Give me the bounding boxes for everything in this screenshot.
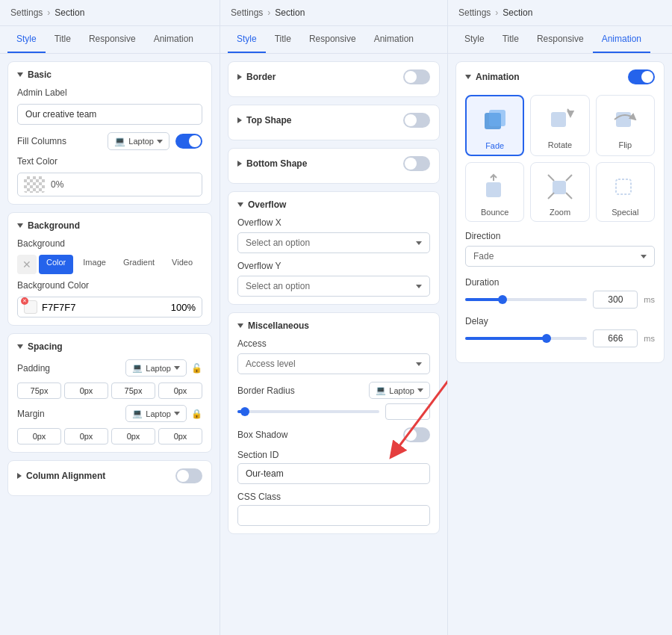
tab-title-right[interactable]: Title xyxy=(494,26,528,53)
duration-input[interactable]: 300 xyxy=(593,291,638,309)
rotate-icon xyxy=(544,103,576,136)
access-select[interactable]: Access level xyxy=(237,353,430,374)
column-alignment-section: Column Alignment xyxy=(7,460,212,496)
fill-columns-device[interactable]: 💻 Laptop xyxy=(108,132,169,150)
bg-tab-gradient[interactable]: Gradient xyxy=(116,255,162,274)
overflow-y-select[interactable]: Select an option xyxy=(237,276,430,297)
spacing-section: Spacing Padding 💻 Laptop 🔓 75px 0px 75px xyxy=(7,333,212,453)
direction-select[interactable]: Fade xyxy=(465,246,655,267)
delay-input[interactable]: 666 xyxy=(593,329,638,347)
anim-card-bounce[interactable]: Bounce xyxy=(465,162,524,222)
text-color-pct: 0% xyxy=(51,179,63,190)
tab-style-left[interactable]: Style xyxy=(7,26,46,53)
duration-track[interactable] xyxy=(465,298,587,301)
spacing-header: Spacing xyxy=(17,341,202,352)
padding-top[interactable]: 75px xyxy=(17,382,61,399)
margin-top[interactable]: 0px xyxy=(17,428,61,444)
tab-style-mid[interactable]: Style xyxy=(228,26,266,53)
delay-thumb[interactable] xyxy=(542,334,551,343)
panel-content-right: Animation Fade xyxy=(448,54,672,635)
border-radius-track[interactable] xyxy=(237,410,379,413)
panel-content-middle: Border Top Shape Bottom Shape xyxy=(220,54,447,635)
duration-thumb[interactable] xyxy=(498,295,507,304)
animation-toggle[interactable] xyxy=(628,69,655,84)
border-toggle[interactable] xyxy=(403,69,430,84)
breadcrumb-settings[interactable]: Settings xyxy=(10,7,43,18)
anim-card-special[interactable]: Special xyxy=(596,162,655,222)
margin-lock-icon[interactable]: 🔒 xyxy=(191,409,202,419)
anim-card-rotate[interactable]: Rotate xyxy=(530,95,589,156)
overflow-y-label: Overflow Y xyxy=(237,261,281,271)
bg-color-input[interactable]: ✕ F7F7F7 100% xyxy=(17,297,202,318)
bg-tab-color[interactable]: Color xyxy=(39,255,73,274)
padding-left[interactable]: 0px xyxy=(158,382,202,399)
breadcrumb-settings-mid[interactable]: Settings xyxy=(231,7,263,18)
overflow-x-label-row: Overflow X xyxy=(237,217,430,228)
spacing-collapse-icon xyxy=(17,344,23,349)
fill-columns-device-label: Laptop xyxy=(128,137,154,146)
animation-collapse-icon xyxy=(465,75,471,79)
column-alignment-toggle[interactable] xyxy=(175,468,202,483)
margin-left[interactable]: 0px xyxy=(158,428,202,444)
border-radius-input[interactable] xyxy=(385,403,430,420)
tab-responsive-left[interactable]: Responsive xyxy=(80,26,145,53)
admin-label-input[interactable]: Our creative team xyxy=(17,104,202,125)
zoom-label: Zoom xyxy=(550,208,570,217)
padding-right[interactable]: 0px xyxy=(64,382,108,399)
fill-columns-toggle[interactable] xyxy=(175,134,202,149)
anim-card-zoom[interactable]: Zoom xyxy=(530,162,589,222)
tab-style-right[interactable]: Style xyxy=(455,26,494,53)
tab-responsive-mid[interactable]: Responsive xyxy=(300,26,365,53)
margin-right[interactable]: 0px xyxy=(64,428,108,444)
bg-tab-video[interactable]: Video xyxy=(164,255,200,274)
direction-label-row: Direction xyxy=(465,231,655,241)
anim-card-flip[interactable]: Flip xyxy=(596,95,655,156)
bg-color-hex: F7F7F7 xyxy=(42,302,76,313)
bottom-shape-toggle[interactable] xyxy=(403,156,430,171)
fade-icon xyxy=(479,104,511,137)
tab-animation-left[interactable]: Animation xyxy=(145,26,202,53)
tab-animation-right[interactable]: Animation xyxy=(593,26,650,53)
background-header: Background xyxy=(17,220,202,231)
bg-tab-image[interactable]: Image xyxy=(75,255,113,274)
tab-animation-mid[interactable]: Animation xyxy=(365,26,423,53)
tab-title-mid[interactable]: Title xyxy=(266,26,300,53)
direction-chevron xyxy=(641,255,647,258)
bottom-shape-section: Bottom Shape xyxy=(228,148,440,184)
flip-label: Flip xyxy=(618,140,632,149)
tab-title-left[interactable]: Title xyxy=(46,26,80,53)
section-id-input[interactable]: Our-team xyxy=(237,463,430,484)
anim-card-fade[interactable]: Fade xyxy=(465,95,524,156)
box-shadow-toggle[interactable] xyxy=(403,427,430,442)
tabs-row-middle: Style Title Responsive Animation xyxy=(220,26,447,54)
padding-bottom[interactable]: 75px xyxy=(111,382,155,399)
bottom-shape-title: Bottom Shape xyxy=(246,158,307,169)
margin-bottom[interactable]: 0px xyxy=(111,428,155,444)
bg-tab-none[interactable]: ✕ xyxy=(17,255,37,274)
css-class-input[interactable] xyxy=(237,505,430,526)
admin-label-text: Admin Label xyxy=(17,87,67,98)
misc-section: Miscellaneous Access Access level Border… xyxy=(228,312,440,534)
animation-header-row: Animation xyxy=(465,69,655,84)
tab-responsive-right[interactable]: Responsive xyxy=(528,26,593,53)
breadcrumb-settings-right[interactable]: Settings xyxy=(458,7,491,18)
text-color-input[interactable]: 0% xyxy=(17,173,202,196)
border-radius-device[interactable]: 💻 Laptop xyxy=(369,382,430,399)
border-radius-thumb[interactable] xyxy=(240,407,249,416)
padding-lock-icon[interactable]: 🔓 xyxy=(191,363,202,374)
access-label-row: Access xyxy=(237,338,430,349)
top-shape-toggle[interactable] xyxy=(403,113,430,128)
border-expand-icon xyxy=(237,74,242,80)
br-device-label: Laptop xyxy=(389,386,414,395)
special-icon xyxy=(609,170,641,203)
flip-icon xyxy=(609,103,641,136)
svg-rect-7 xyxy=(616,179,631,194)
background-title: Background xyxy=(28,220,80,231)
duration-label-row: Duration xyxy=(465,277,655,288)
padding-device[interactable]: 💻 Laptop xyxy=(125,359,187,377)
overflow-x-select[interactable]: Select an option xyxy=(237,232,430,253)
margin-device[interactable]: 💻 Laptop xyxy=(125,405,187,422)
breadcrumb-section-mid: Section xyxy=(275,7,305,18)
fade-label: Fade xyxy=(485,141,504,150)
delay-track[interactable] xyxy=(465,337,587,340)
